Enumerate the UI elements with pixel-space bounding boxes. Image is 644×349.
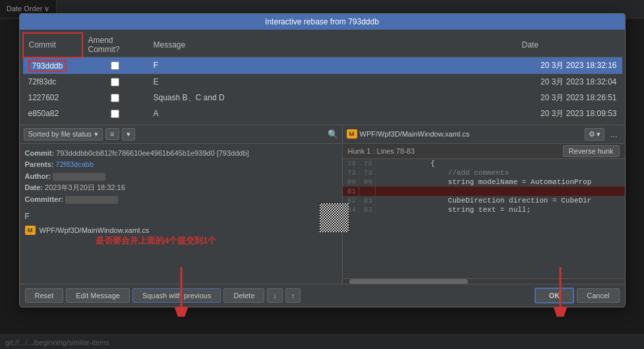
date-cell: 20 3月 2023 18:32:16 [517, 57, 622, 75]
diff-line-num-right: 81 [359, 196, 376, 205]
action-bar: Reset Edit Message Squash with previous … [20, 284, 625, 307]
list-chevron-btn[interactable]: ▾ [122, 128, 135, 141]
amend-checkbox[interactable] [111, 61, 119, 70]
sorted-status-label: Sorted by file status [28, 130, 92, 138]
right-panel: M WPF/Wpf3D/MainWindow.xaml.cs ⚙ ▾ ... H… [343, 125, 625, 284]
amend-checkbox[interactable] [111, 110, 119, 118]
diff-line-num-left: 78 [343, 159, 359, 168]
file-path-area: M WPF/Wpf3D/MainWindow.xaml.cs [347, 129, 582, 139]
diff-line-num-left: 79 [343, 168, 359, 177]
amend-cell[interactable] [82, 106, 148, 121]
commit-table-section: Commit Amend Commit? Message Date 793ddd… [20, 30, 625, 125]
diff-line: 7979 //add comments [343, 168, 625, 177]
commit-info: Commit: 793dddbb0cb812fc786610ee4961b645… [20, 144, 342, 210]
diff-line-content: string modelName = AutomationProp [376, 177, 625, 187]
amend-cell[interactable] [82, 57, 148, 75]
committer-value-blurred [65, 196, 118, 204]
parents-label: Parents: [25, 160, 54, 168]
amend-checkbox[interactable] [111, 94, 119, 102]
list-view-btn[interactable]: ≡ [105, 128, 119, 140]
diff-line-num-right: 79 [359, 168, 376, 177]
sorted-dropdown-arrow-icon: ▾ [94, 130, 98, 139]
rebase-dialog: Interactive rebase from 793dddb Commit A… [19, 13, 626, 307]
diff-line-num-right: 78 [359, 159, 376, 168]
diff-line: 8281 CubeDirection direction = CubeDir [343, 196, 625, 205]
diff-line: 81 [343, 187, 625, 196]
right-file-path: WPF/Wpf3D/MainWindow.xaml.cs [360, 130, 470, 138]
commit-id-cell: 793dddb [23, 57, 82, 75]
committer-label: Committer: [25, 195, 64, 203]
right-toolbar: M WPF/Wpf3D/MainWindow.xaml.cs ⚙ ▾ ... [343, 125, 625, 144]
diff-line-content: //add comments [376, 168, 625, 177]
diff-line-num-right: 80 [359, 177, 376, 187]
diff-line-content: CubeDirection direction = CubeDir [376, 196, 625, 205]
reset-button[interactable]: Reset [25, 288, 64, 303]
qr-code-image [320, 203, 349, 232]
commit-label: Commit: [25, 149, 55, 157]
committer-line: Committer: [25, 194, 337, 206]
commit-col-header: Commit [23, 33, 82, 57]
left-toolbar: Sorted by file status ▾ ≡ ▾ 🔍 [20, 125, 342, 144]
table-row[interactable]: 1227602Squash B、C and D20 3月 2023 18:26:… [23, 90, 622, 106]
date-cell: 20 3月 2023 18:26:51 [517, 90, 622, 106]
date-line: Date: 2023年3月20日 18:32:16 [25, 182, 337, 194]
diff-table: 7878 {7979 //add comments8080 string mod… [343, 159, 625, 214]
right-file-icon: M [347, 129, 357, 139]
chinese-annotation: 是否要合并上面的4个提交到1个 [96, 235, 216, 247]
message-cell: F [148, 57, 517, 75]
commit-id-cell: 1227602 [23, 90, 82, 106]
date-label: Date: [25, 183, 44, 191]
table-row[interactable]: 72f83dcE20 3月 2023 18:32:04 [23, 74, 622, 90]
more-options-btn[interactable]: ... [607, 127, 621, 141]
search-btn[interactable]: 🔍 [328, 129, 338, 139]
amend-cell[interactable] [82, 74, 148, 90]
diff-line-num-left: 81 [343, 187, 359, 196]
date-cell: 20 3月 2023 18:32:04 [517, 74, 622, 90]
table-row[interactable]: e850a82A20 3月 2023 18:09:53 [23, 106, 622, 121]
diff-line-content: string text = null; [376, 205, 625, 214]
message-cell: Squash B、C and D [148, 90, 517, 106]
author-value-blurred [53, 173, 105, 181]
red-arrow-ok [547, 264, 587, 317]
commit-table: Commit Amend Commit? Message Date 793ddd… [22, 32, 622, 122]
commit-hash-line: Commit: 793dddbb0cb812fc786610ee4961b645… [25, 148, 337, 160]
diff-line-num-left: 80 [343, 177, 359, 187]
parents-line: Parents: 72f83dcabb [25, 159, 337, 171]
edit-message-button[interactable]: Edit Message [66, 288, 130, 303]
diff-line: 8080 string modelName = AutomationProp [343, 177, 625, 187]
chevron-icon: ▾ [127, 130, 131, 139]
author-line: Author: [25, 171, 337, 183]
diff-line: 7878 { [343, 159, 625, 168]
red-arrow-squash [168, 264, 208, 317]
hunk-info-bar: Hunk 1 : Lines 78-83 Reverse hunk [343, 144, 625, 159]
amend-cell[interactable] [82, 90, 148, 106]
move-down-button[interactable]: ↓ [267, 288, 283, 303]
diff-line-content [376, 187, 625, 196]
sorted-status-dropdown[interactable]: Sorted by file status ▾ [24, 128, 103, 141]
delete-button[interactable]: Delete [223, 288, 264, 303]
file-changed-path: WPF/Wpf3D/MainWindow.xaml.cs [40, 226, 150, 234]
hunk-info-label: Hunk 1 : Lines 78-83 [348, 147, 415, 155]
file-type-icon: M [25, 226, 36, 235]
commit-hash-value: 793dddbb0cb812fc786610ee4961b645b1e939d0… [56, 149, 249, 157]
move-up-button[interactable]: ↑ [285, 288, 301, 303]
date-cell: 20 3月 2023 18:09:53 [517, 106, 622, 121]
table-row[interactable]: 793dddbF20 3月 2023 18:32:16 [23, 57, 622, 75]
message-cell: E [148, 74, 517, 90]
parents-hash-link[interactable]: 72f83dcabb [56, 160, 94, 168]
commit-message: F [20, 209, 342, 224]
gear-dropdown-arrow-icon: ▾ [597, 130, 600, 139]
commit-id-cell: 72f83dc [23, 74, 82, 90]
reverse-hunk-btn[interactable]: Reverse hunk [563, 145, 620, 157]
date-col-header: Date [517, 33, 622, 57]
amend-checkbox[interactable] [111, 78, 119, 86]
author-label: Author: [25, 172, 51, 180]
gear-settings-btn[interactable]: ⚙ ▾ [585, 128, 604, 141]
diff-line-num-right [359, 187, 376, 196]
left-panel: Sorted by file status ▾ ≡ ▾ 🔍 Commit: [20, 125, 343, 284]
diff-line: 8483 string text = null; [343, 205, 625, 214]
commit-id-cell: e850a82 [23, 106, 82, 121]
dialog-title: Interactive rebase from 793dddb [20, 14, 625, 30]
diff-line-content: { [376, 159, 625, 168]
amend-col-header: Amend Commit? [82, 33, 148, 57]
